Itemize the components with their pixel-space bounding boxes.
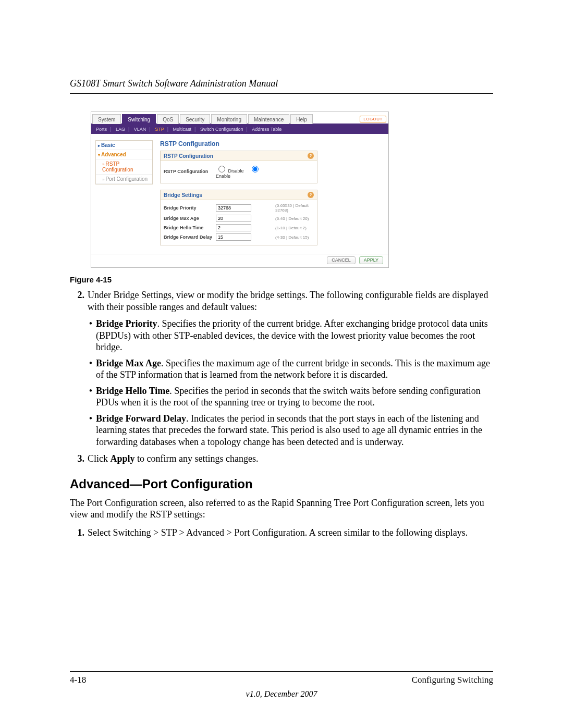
page-footer: 4-18 Configuring Switching [70, 671, 493, 685]
tab-switching[interactable]: Switching [122, 114, 156, 124]
side-nav: ▸Basic ▾Advanced »RSTP Configuration »Po… [95, 140, 153, 184]
panel-header-label: RSTP Configuration [164, 153, 213, 159]
logout-button[interactable]: LOGOUT [360, 116, 386, 122]
bridge-forward-delay-input[interactable] [216, 233, 251, 241]
page-title: RSTP Configuration [160, 140, 384, 147]
help-icon[interactable]: ? [308, 192, 314, 198]
subnav-vlan[interactable]: VLAN [132, 127, 148, 132]
figure-4-15: System Switching QoS Security Monitoring… [91, 112, 493, 268]
port-config-intro: The Port Configuration screen, also refe… [70, 497, 493, 521]
tab-system[interactable]: System [92, 114, 121, 124]
page-number: 4-18 [70, 675, 86, 685]
tab-maintenance[interactable]: Maintenance [248, 114, 289, 124]
chapter-title: Configuring Switching [412, 675, 493, 685]
panel-header-label: Bridge Settings [164, 192, 202, 198]
bridge-priority-row: Bridge Priority (0-65535 | Default 32768… [164, 202, 314, 214]
step-3: 3. Click Apply to confirm any settings c… [70, 453, 493, 465]
subnav-addrtable[interactable]: Address Table [250, 127, 283, 132]
subnav-switchconf[interactable]: Switch Configuration [199, 127, 245, 132]
sidenav-basic[interactable]: ▸Basic [96, 141, 152, 150]
rstp-config-label: RSTP Configuration [164, 169, 216, 174]
ui-action-bar: CANCEL APPLY [91, 254, 388, 267]
figure-caption: Figure 4-15 [70, 275, 493, 284]
step-2: 2. Under Bridge Settings, view or modify… [70, 289, 493, 313]
bridge-priority-input[interactable] [216, 204, 251, 212]
apply-button[interactable]: APPLY [359, 256, 383, 264]
rstp-disable-radio[interactable]: Disable [216, 168, 245, 174]
section-heading-port-config: Advanced—Port Configuration [70, 476, 493, 492]
bullet-bridge-max-age: • Bridge Max Age. Specifies the maximum … [85, 357, 493, 381]
cancel-button[interactable]: CANCEL [327, 256, 356, 264]
running-header: GS108T Smart Switch Software Administrat… [70, 78, 493, 94]
bridge-settings-panel: Bridge Settings ? Bridge Priority (0-655… [160, 190, 317, 245]
bridge-hello-time-row: Bridge Hello Time (1-10 | Default 2) [164, 223, 314, 232]
manual-page: GS108T Smart Switch Software Administrat… [0, 0, 563, 728]
tab-security[interactable]: Security [180, 114, 210, 124]
body-content: 2. Under Bridge Settings, view or modify… [70, 289, 493, 538]
subnav-ports[interactable]: Ports [94, 127, 108, 132]
help-icon[interactable]: ? [308, 153, 314, 159]
switch-admin-ui: System Switching QoS Security Monitoring… [91, 112, 389, 268]
sidenav-advanced[interactable]: ▾Advanced [96, 150, 152, 159]
bridge-hello-time-input[interactable] [216, 224, 251, 231]
subnav-lag[interactable]: LAG [114, 127, 127, 132]
primary-tab-bar: System Switching QoS Security Monitoring… [91, 112, 388, 125]
tab-monitoring[interactable]: Monitoring [211, 114, 247, 124]
sidenav-rstp-configuration[interactable]: »RSTP Configuration [96, 159, 152, 175]
tab-qos[interactable]: QoS [157, 114, 179, 124]
subnav-multicast[interactable]: Multicast [172, 127, 193, 132]
secondary-nav: Ports| LAG| VLAN| STP| Multicast| Switch… [91, 125, 388, 134]
subnav-stp[interactable]: STP [153, 127, 166, 132]
bridge-max-age-input[interactable] [216, 215, 251, 222]
bullet-bridge-forward-delay: • Bridge Forward Delay. Indicates the pe… [85, 413, 493, 448]
bullet-bridge-priority: • Bridge Priority. Specifies the priorit… [85, 318, 493, 353]
tab-help[interactable]: Help [290, 114, 313, 124]
port-config-step-1: 1. Select Switching > STP > Advanced > P… [70, 527, 493, 539]
bullet-bridge-hello-time: • Bridge Hello Time. Specifies the perio… [85, 385, 493, 409]
version-line: v1.0, December 2007 [0, 689, 563, 699]
sidenav-port-configuration[interactable]: »Port Configuration [96, 175, 152, 184]
bridge-max-age-row: Bridge Max Age (6-40 | Default 20) [164, 214, 314, 223]
bridge-forward-delay-row: Bridge Forward Delay (4-30 | Default 15) [164, 232, 314, 242]
rstp-config-panel: RSTP Configuration ? RSTP Configuration … [160, 151, 317, 183]
